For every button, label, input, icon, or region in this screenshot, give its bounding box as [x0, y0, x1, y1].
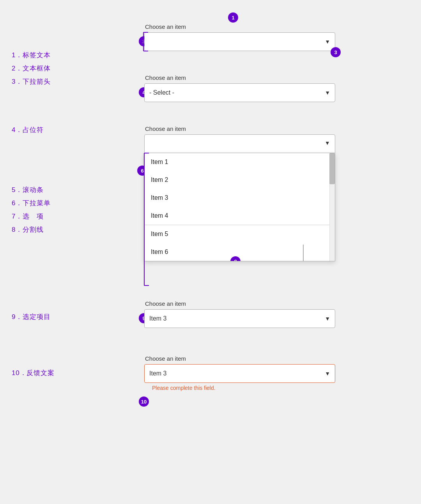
label-9: 9．选定项目: [12, 310, 136, 324]
dropdown-5-value: Item 3: [149, 370, 166, 377]
label-7: 7．选 项: [12, 210, 136, 223]
dropdown-arrow-1-icon[interactable]: ▼: [325, 39, 330, 45]
dropdown-2-value: - Select -: [149, 89, 174, 96]
badge-3: 3: [331, 47, 341, 57]
badge-1: 1: [228, 12, 238, 23]
scrollbar-thumb[interactable]: [329, 153, 335, 184]
dropdown-section-2: Choose an item 4 - Select - ▼: [144, 70, 409, 102]
dropdown-arrow-5-icon[interactable]: ▼: [325, 370, 330, 377]
dropdown-arrow-2-icon[interactable]: ▼: [325, 90, 330, 96]
badge-10: 10: [139, 397, 149, 407]
error-message: Please complete this field.: [152, 385, 335, 391]
label-1: 1．标签文本: [12, 49, 136, 62]
dropdown-label-2: Choose an item: [145, 74, 409, 81]
label-8: 8．分割线: [12, 223, 136, 236]
dropdown-item-3[interactable]: Item 3 7: [145, 189, 335, 207]
dropdown-3-list: 5 Item 1 Item 2 Item 3 7: [144, 153, 335, 261]
dropdown-label-3: Choose an item: [145, 125, 409, 132]
dropdown-section-5: Choose an item Item 3 ▼ 10 Please comple…: [144, 347, 409, 391]
dropdown-section-4: Choose an item 9 Item 3 ▼: [144, 281, 409, 328]
vertical-divider-line: [303, 245, 304, 261]
dropdown-arrow-3-icon[interactable]: ▲: [325, 141, 330, 147]
dropdown-4-box[interactable]: Item 3 ▼: [144, 309, 335, 328]
dropdown-label-5: Choose an item: [145, 355, 409, 362]
dropdown-section-3: Choose an item 6 ▲ 5: [144, 122, 409, 261]
label-4: 4．占位符: [12, 123, 136, 137]
dropdown-arrow-4-icon[interactable]: ▼: [325, 315, 330, 322]
label-5: 5．滚动条: [12, 183, 136, 197]
dropdown-5-box[interactable]: Item 3 ▼: [144, 364, 335, 383]
label-6: 6．下拉菜单: [12, 197, 136, 210]
dropdown-item-4[interactable]: Item 4: [145, 207, 335, 225]
label-3: 3．下拉箭头: [12, 75, 136, 88]
label-10: 10．反馈文案: [12, 367, 136, 380]
dropdown-item-1[interactable]: Item 1: [145, 153, 335, 171]
dropdown-1-box[interactable]: ▼: [144, 32, 335, 51]
label-2: 2．文本框体: [12, 62, 136, 75]
dropdown-4-value: Item 3: [149, 315, 166, 322]
dropdown-label-4: Choose an item: [145, 300, 409, 307]
dropdown-item-5[interactable]: Item 5: [145, 225, 335, 243]
dropdown-2-box[interactable]: - Select - ▼: [144, 83, 335, 102]
scrollbar-track: [329, 153, 335, 261]
dropdown-label-1: Choose an item: [145, 23, 409, 30]
dropdown-3-box[interactable]: ▲: [144, 134, 335, 153]
dropdown-item-2[interactable]: Item 2: [145, 171, 335, 189]
dropdown-section-1: 1 Choose an item 2 ▼ 3: [144, 16, 409, 51]
